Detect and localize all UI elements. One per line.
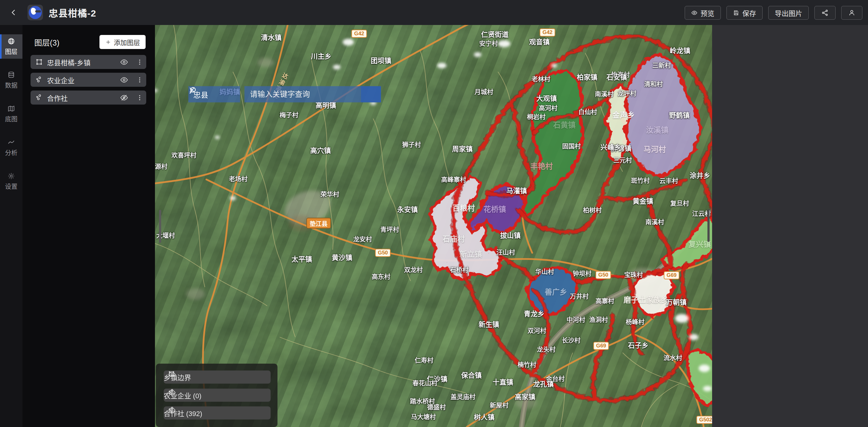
topbar-actions: 预览 保存 导出图片 [685, 6, 862, 20]
map-scrollbar-right[interactable] [707, 209, 710, 242]
visibility-eye-icon[interactable] [168, 370, 176, 378]
village-label: 流水村 [663, 353, 682, 362]
town-label: 十直镇 [493, 376, 513, 387]
legend-row-agri-enterprise[interactable]: 农业企业 (0) [164, 389, 271, 402]
rail-item-settings[interactable]: 设置 [0, 169, 23, 194]
points-icon [35, 76, 43, 83]
village-label: 欢喜坪村 [172, 150, 196, 160]
village-label: 老场村 [229, 174, 248, 183]
town-label: 兴峰乡 [600, 141, 621, 151]
layer-row-cooperative[interactable]: 合作社 [31, 90, 146, 105]
town-label: 太平镇 [291, 253, 312, 263]
share-button[interactable] [814, 6, 836, 20]
town-label: 屏锦镇 [611, 143, 631, 153]
village-label: 华山村 [535, 267, 554, 276]
village-label: 月城村 [474, 87, 493, 96]
village-label: 荣华村 [320, 190, 339, 199]
village-label: 万井村 [570, 291, 589, 301]
village-label: 南溪村 [645, 217, 664, 226]
village-label: 白仙村 [578, 107, 597, 116]
layer-menu-icon[interactable] [136, 94, 143, 101]
town-label: 石安镇 [607, 72, 627, 82]
save-button[interactable]: 保存 [726, 6, 763, 20]
village-label: 渔洞村 [589, 315, 608, 324]
village-label: 盖灵庙村 [451, 392, 475, 401]
town-label: 清水镇 [261, 32, 282, 42]
road-badge: G69 [593, 342, 609, 350]
layer-name: 忠县柑橘-乡镇 [47, 57, 115, 67]
village-label: 水源村 [155, 162, 167, 171]
basemap-icon [7, 105, 15, 112]
export-image-button[interactable]: 导出图片 [768, 6, 809, 20]
visibility-eye-off-icon[interactable] [120, 94, 128, 102]
village-label: 宝珠村 [624, 270, 643, 279]
town-label: 树人镇 [474, 411, 495, 421]
town-label: 龙孔镇 [533, 378, 554, 388]
map-legend: 乡镇边界 农业企业 (0) 合作社 (392) [156, 364, 278, 427]
village-label: 老林村 [532, 74, 550, 83]
town-label: 马灌镇 [506, 185, 527, 195]
visibility-eye-icon[interactable] [120, 58, 128, 66]
region-label: 善广乡 [545, 286, 567, 297]
rail-label: 底图 [5, 114, 18, 123]
town-label: 永安镇 [397, 204, 418, 214]
town-label: 高穴镇 [310, 145, 331, 155]
analysis-icon [7, 139, 15, 146]
village-label: 三元村 [613, 155, 632, 165]
legend-label: 农业企业 (0) [164, 390, 271, 400]
region-label: 马河村 [644, 143, 666, 154]
layer-menu-icon[interactable] [136, 77, 143, 83]
layer-row-townships[interactable]: 忠县柑橘-乡镇 [31, 55, 146, 69]
village-label: 踏水桥村 [410, 396, 435, 405]
village-label: 马大塘村 [411, 412, 436, 421]
preview-button[interactable]: 预览 [685, 6, 721, 20]
village-label: 钟坝村 [573, 269, 591, 278]
back-button[interactable] [7, 6, 21, 19]
legend-row-cooperative[interactable]: 合作社 (392) [164, 406, 271, 420]
town-label: 观音镇 [529, 36, 550, 46]
town-label: 黄金镇 [632, 195, 653, 205]
visibility-eye-icon[interactable] [168, 389, 176, 396]
user-button[interactable] [841, 6, 862, 20]
town-label: 野鹤镇 [669, 110, 690, 119]
layer-menu-icon[interactable] [136, 59, 143, 65]
rail-item-analysis[interactable]: 分析 [0, 136, 23, 160]
village-label: 杨峰村 [626, 317, 645, 326]
village-label: 仁寿村 [415, 355, 433, 365]
save-label: 保存 [742, 8, 756, 18]
map-scrollbar-left[interactable] [159, 210, 161, 243]
village-label: 梅子村 [280, 110, 299, 119]
city-badge: 垫江县 [306, 218, 331, 229]
globe-icon [7, 37, 15, 45]
search-input[interactable] [249, 90, 347, 99]
village-label: 双龙村 [404, 265, 423, 274]
rail-item-basemap[interactable]: 底图 [0, 102, 23, 126]
floppy-icon [733, 10, 739, 16]
map-search-bar: 忠县 [188, 86, 381, 103]
village-label: 青坪村 [380, 225, 399, 234]
add-layer-button[interactable]: 添加图层 [99, 35, 146, 49]
visibility-eye-icon[interactable] [168, 406, 176, 414]
village-label: 斑竹村 [631, 176, 650, 185]
magnifier-icon [188, 86, 197, 95]
eye-icon [691, 10, 698, 16]
village-label: 固国村 [562, 141, 581, 150]
legend-row-township-boundary[interactable]: 乡镇边界 [164, 370, 271, 383]
region-label: 新立镇 [460, 248, 482, 259]
export-image-label: 导出图片 [775, 8, 802, 18]
search-button[interactable] [361, 86, 381, 103]
region-label: 金声乡 [612, 109, 635, 120]
clear-search-button[interactable] [347, 86, 361, 103]
village-label: 南溪村 [595, 89, 614, 98]
layer-name: 农业企业 [47, 75, 115, 85]
town-label: 石子乡 [628, 340, 649, 349]
village-label: 高峰寨村 [441, 175, 466, 184]
region-label: 汝溪镇 [646, 124, 669, 135]
road-badge: G42 [540, 28, 555, 36]
rail-item-layers[interactable]: 图层 [0, 34, 23, 59]
visibility-eye-icon[interactable] [120, 76, 128, 84]
rail-item-data[interactable]: 数据 [0, 68, 23, 92]
region-label: 花桥镇 [484, 203, 506, 214]
layer-row-agri-enterprise[interactable]: 农业企业 [31, 73, 146, 87]
map-canvas[interactable]: 清水镇川主乡团坝镇观音镇仁贤街道安宁村岭龙镇三新村竹海村月城村高河村狮子村周家镇… [155, 25, 712, 427]
